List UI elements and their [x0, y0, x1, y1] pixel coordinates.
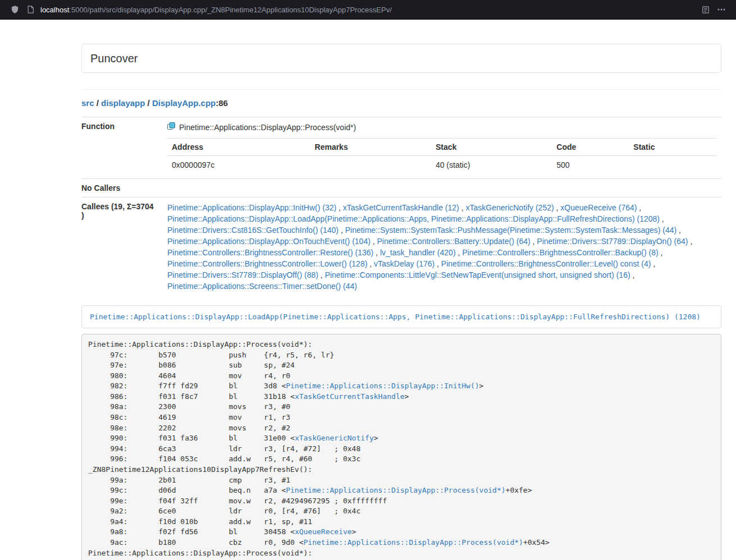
- callee-link[interactable]: Pinetime::Controllers::BrightnessControl…: [462, 248, 658, 257]
- site-identity-icon[interactable]: [24, 3, 37, 16]
- function-row: Function Pinetime::Applications::Display…: [81, 117, 721, 179]
- breadcrumb: src / displayapp / DisplayApp.cpp:86: [81, 98, 721, 109]
- function-name-line: Pinetime::Applications::DisplayApp::Proc…: [167, 122, 717, 133]
- url-path: :5000/path/src/displayapp/DisplayApp.cpp…: [69, 6, 392, 14]
- loadapp-symbol-link[interactable]: Pinetime::Applications::DisplayApp::Load…: [90, 313, 701, 321]
- callee-link[interactable]: Pinetime::Drivers::St7789::DisplayOff() …: [167, 270, 318, 279]
- code-symbol-link[interactable]: xQueueReceive: [295, 527, 352, 536]
- callee-link[interactable]: xTaskGetCurrentTaskHandle (12): [343, 203, 459, 212]
- callee-link[interactable]: Pinetime::Drivers::St7789::DisplayOn() (…: [537, 237, 688, 246]
- breadcrumb-separator: /: [94, 98, 102, 108]
- breadcrumb-line-number: :86: [216, 98, 228, 108]
- callee-link[interactable]: Pinetime::Components::LittleVgl::SetNewT…: [325, 270, 630, 279]
- breadcrumb-separator: /: [145, 98, 152, 108]
- url-bar[interactable]: localhost:5000/path/src/displayapp/Displ…: [40, 6, 392, 14]
- function-row-label: Function: [81, 117, 163, 179]
- symbol-highlight-box: Pinetime::Applications::DisplayApp::Load…: [81, 305, 721, 328]
- function-icon: [167, 122, 175, 133]
- callee-link[interactable]: Pinetime::Applications::DisplayApp::OnTo…: [167, 237, 371, 246]
- callee-link[interactable]: vTaskDelay (176): [374, 259, 435, 268]
- page-title-panel: Puncover: [81, 44, 721, 73]
- no-callers-cell: [163, 179, 721, 198]
- disassembly-code-block: Pinetime::Applications::DisplayApp::Proc…: [81, 334, 721, 560]
- detail-header-row: Address Remarks Stack Code Static: [167, 139, 717, 156]
- callee-link[interactable]: Pinetime::Applications::DisplayApp::Load…: [167, 214, 660, 223]
- page-title: Puncover: [90, 52, 712, 65]
- code-symbol-link[interactable]: Pinetime::Applications::DisplayApp::Proc…: [304, 538, 523, 547]
- stack-value: 40 (static): [431, 156, 552, 175]
- page-container: Puncover src / displayapp / DisplayApp.c…: [81, 20, 721, 560]
- no-callers-label: No Callers: [81, 179, 163, 198]
- callee-link[interactable]: lv_task_handler (420): [380, 248, 456, 257]
- callee-link[interactable]: Pinetime::Controllers::BrightnessControl…: [167, 248, 373, 257]
- browser-chrome: localhost:5000/path/src/displayapp/Displ…: [0, 0, 736, 20]
- code-symbol-link[interactable]: Pinetime::Applications::DisplayApp::Init…: [286, 382, 479, 390]
- breadcrumb-link[interactable]: displayapp: [101, 98, 145, 108]
- divider: [81, 89, 721, 90]
- callee-link[interactable]: Pinetime::Controllers::Battery::Update()…: [377, 237, 531, 246]
- no-callers-row: No Callers: [81, 179, 721, 198]
- code-symbol-link[interactable]: Pinetime::Applications::DisplayApp::Proc…: [286, 486, 505, 494]
- function-name: Pinetime::Applications::DisplayApp::Proc…: [179, 122, 356, 133]
- column-header-address: Address: [167, 139, 310, 156]
- breadcrumb-link[interactable]: src: [81, 98, 94, 108]
- code-size-value: 500: [552, 156, 629, 175]
- callee-link[interactable]: Pinetime::Controllers::BrightnessControl…: [441, 259, 651, 268]
- symbol-info-table: Function Pinetime::Applications::Display…: [81, 117, 721, 296]
- callee-link[interactable]: xTaskGenericNotify (252): [465, 203, 554, 212]
- code-symbol-link[interactable]: xTaskGetCurrentTaskHandle: [295, 392, 405, 401]
- breadcrumb-link[interactable]: DisplayApp.cpp: [152, 98, 216, 108]
- callee-link[interactable]: xQueueReceive (764): [560, 203, 637, 212]
- menu-icon[interactable]: [715, 3, 728, 16]
- callee-link[interactable]: Pinetime::System::SystemTask::PushMessag…: [345, 226, 677, 235]
- callee-link[interactable]: Pinetime::Drivers::Cst816S::GetTouchInfo…: [167, 226, 339, 235]
- code-symbol-link[interactable]: xTaskGenericNotify: [295, 434, 374, 442]
- callees-list: Pinetime::Applications::DisplayApp::Init…: [163, 198, 721, 297]
- static-value: [629, 156, 717, 175]
- column-header-stack: Stack: [431, 139, 552, 156]
- shield-icon[interactable]: [8, 3, 21, 16]
- column-header-static: Static: [629, 139, 717, 156]
- url-host: localhost: [40, 6, 69, 14]
- remarks-value: [310, 156, 431, 175]
- detail-value-row: 0x0000097c 40 (static) 500: [167, 156, 717, 175]
- column-header-code: Code: [552, 139, 629, 156]
- callee-link[interactable]: Pinetime::Controllers::BrightnessControl…: [167, 259, 367, 268]
- callees-label: Callees (19, Σ=3704 ): [81, 198, 163, 297]
- function-detail-table: Address Remarks Stack Code Static 0x0000…: [167, 138, 717, 174]
- callees-row: Callees (19, Σ=3704 ) Pinetime::Applicat…: [81, 198, 721, 297]
- callee-link[interactable]: Pinetime::Applications::DisplayApp::Init…: [167, 203, 336, 212]
- callee-link[interactable]: Pinetime::Applications::Screens::Timer::…: [167, 282, 357, 291]
- reader-mode-icon[interactable]: [699, 3, 712, 16]
- address-value: 0x0000097c: [167, 156, 310, 175]
- column-header-remarks: Remarks: [310, 139, 431, 156]
